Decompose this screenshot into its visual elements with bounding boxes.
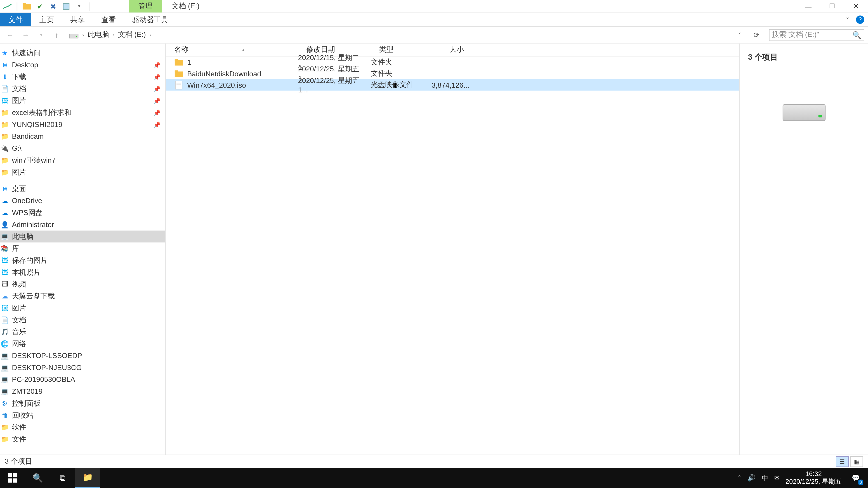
nav-wps[interactable]: ☁WPS网盘 (0, 207, 165, 219)
start-button[interactable] (0, 468, 25, 488)
folder-icon[interactable] (22, 2, 32, 11)
ime-indicator[interactable]: 中 (762, 473, 768, 482)
tray-app-icon[interactable]: ✉ (774, 474, 780, 482)
pictures-icon: 🖼 (0, 256, 9, 265)
iso-file-icon (174, 80, 184, 90)
view-details-button[interactable]: ☰ (836, 456, 849, 467)
view-thumbnails-button[interactable]: ▦ (850, 456, 863, 467)
nav-administrator[interactable]: 👤Administrator (0, 219, 165, 231)
nav-files[interactable]: 📁文件 (0, 433, 165, 445)
nav-label: 文件 (12, 434, 26, 444)
breadcrumb-drive[interactable]: 文档 (E:) (118, 30, 146, 40)
navigation-pane[interactable]: ★快速访问 🖥Desktop📌 ⬇下载📌 📄文档📌 🖼图片📌 📁excel表格制… (0, 43, 166, 455)
nav-label: PC-20190530OBLA (12, 375, 75, 384)
address-dropdown-icon[interactable]: ˅ (733, 28, 746, 41)
nav-this-pc[interactable]: 💻此电脑 (0, 231, 165, 242)
minimize-button[interactable]: — (796, 0, 820, 13)
search-input[interactable]: 搜索"文档 (E:)" 🔍 (769, 29, 864, 41)
breadcrumb[interactable]: › 此电脑 › 文档 (E:) › (69, 30, 151, 40)
column-type[interactable]: 类型 (371, 45, 432, 55)
nav-tianyi[interactable]: ☁天翼云盘下载 (0, 290, 165, 302)
nav-camera-roll[interactable]: 🖼本机照片 (0, 266, 165, 278)
file-type: 文件夹 (371, 57, 432, 67)
nav-pictures[interactable]: 🖼图片📌 (0, 95, 165, 107)
search-icon[interactable]: 🔍 (852, 31, 862, 39)
nav-g-drive[interactable]: 🔌G:\ (0, 142, 165, 154)
nav-downloads[interactable]: ⬇下载📌 (0, 71, 165, 83)
nav-network-pc2[interactable]: 💻DESKTOP-NJEU3CG (0, 362, 165, 374)
nav-label: Bandicam (12, 132, 44, 140)
nav-docs-lib[interactable]: 📄文档 (0, 314, 165, 326)
drive-preview-icon (780, 98, 828, 121)
nav-forward-button[interactable]: → (19, 28, 32, 41)
close-x-icon[interactable]: ✖ (49, 2, 58, 11)
nav-network-pc1[interactable]: 💻DESKTOP-LSSOEDP (0, 350, 165, 362)
chevron-right-icon[interactable]: › (149, 32, 151, 38)
file-row[interactable]: Win7x64_2020.iso2020/12/25, 星期五 1...光盘映像… (166, 79, 739, 91)
nav-recent-dropdown[interactable]: ▾ (35, 28, 48, 41)
tray-overflow-icon[interactable]: ˄ (738, 474, 741, 482)
nav-software[interactable]: 📁软件 (0, 421, 165, 433)
folder-icon (174, 69, 184, 78)
maximize-button[interactable]: ☐ (820, 0, 844, 13)
action-center-button[interactable]: 💬3 (848, 469, 864, 486)
contextual-tab-manage[interactable]: 管理 (129, 0, 162, 12)
refresh-icon[interactable]: ⟳ (750, 28, 763, 41)
nav-pictures2[interactable]: 📁图片 (0, 166, 165, 178)
svg-rect-8 (175, 70, 178, 72)
qat-dropdown-icon[interactable]: ▾ (74, 2, 84, 11)
nav-yunqishi[interactable]: 📁YUNQISHI2019📌 (0, 119, 165, 131)
column-size[interactable]: 大小 (432, 45, 467, 55)
nav-label: 此电脑 (12, 231, 33, 241)
chevron-right-icon[interactable]: › (82, 32, 84, 38)
nav-excel-folder[interactable]: 📁excel表格制作求和📌 (0, 107, 165, 119)
breadcrumb-pc[interactable]: 此电脑 (88, 30, 109, 40)
ribbon-tab-file[interactable]: 文件 (0, 13, 31, 26)
video-icon: 🎞 (0, 280, 9, 289)
properties-icon[interactable] (61, 2, 71, 11)
ribbon-tab-home[interactable]: 主页 (31, 13, 62, 26)
desktop-icon: 🖥 (0, 60, 9, 70)
file-explorer-taskbar[interactable]: 📁 (75, 468, 100, 488)
column-name[interactable]: 名称▴ (166, 45, 298, 55)
nav-recycle-bin[interactable]: 🗑回收站 (0, 410, 165, 421)
checkmark-icon[interactable]: ✔ (35, 2, 45, 11)
volume-icon[interactable]: 🔊 (747, 474, 756, 482)
nav-videos[interactable]: 🎞视频 (0, 278, 165, 290)
nav-label: 网络 (12, 339, 26, 349)
taskbar-clock[interactable]: 16:32 2020/12/25, 星期五 (785, 470, 842, 486)
svg-rect-6 (175, 59, 178, 61)
nav-onedrive[interactable]: ☁OneDrive (0, 195, 165, 207)
file-row[interactable]: BaiduNetdiskDownload2020/12/25, 星期五 1...… (166, 68, 739, 79)
chevron-right-icon[interactable]: › (113, 32, 114, 38)
task-view-button[interactable]: ⧉ (50, 468, 75, 488)
ribbon-tab-view[interactable]: 查看 (93, 13, 124, 26)
nav-win7-reinstall[interactable]: 📁win7重装win7 (0, 154, 165, 166)
nav-network-pc3[interactable]: 💻PC-20190530OBLA (0, 373, 165, 385)
nav-music[interactable]: 🎵音乐 (0, 326, 165, 338)
nav-network-pc4[interactable]: 💻ZMT2019 (0, 385, 165, 397)
svg-rect-14 (8, 479, 12, 483)
ribbon-expand-icon[interactable]: ˅ (843, 15, 852, 24)
nav-label: Desktop (12, 61, 38, 69)
help-icon[interactable]: ? (856, 15, 864, 24)
file-list[interactable]: 名称▴ 修改日期 类型 大小 12020/12/15, 星期二 1...文件夹B… (166, 43, 739, 455)
nav-libraries[interactable]: 📚库 (0, 242, 165, 254)
nav-pics-lib[interactable]: 🖼图片 (0, 302, 165, 314)
ribbon-tab-drive-tools[interactable]: 驱动器工具 (124, 13, 176, 26)
nav-control-panel[interactable]: ⚙控制面板 (0, 397, 165, 410)
nav-desktop-root[interactable]: 🖥桌面 (0, 183, 165, 195)
nav-bandicam[interactable]: 📁Bandicam (0, 131, 165, 142)
ribbon-tab-share[interactable]: 共享 (62, 13, 93, 26)
nav-documents[interactable]: 📄文档📌 (0, 83, 165, 95)
nav-label: 桌面 (12, 184, 26, 194)
nav-desktop[interactable]: 🖥Desktop📌 (0, 59, 165, 71)
nav-up-button[interactable]: ↑ (50, 28, 63, 41)
nav-quick-access[interactable]: ★快速访问 (0, 47, 165, 59)
file-row[interactable]: 12020/12/15, 星期二 1...文件夹 (166, 57, 739, 68)
close-button[interactable]: ✕ (844, 0, 868, 13)
nav-saved-pictures[interactable]: 🖼保存的图片 (0, 254, 165, 266)
nav-back-button[interactable]: ← (4, 28, 17, 41)
search-button[interactable]: 🔍 (25, 468, 50, 488)
nav-network[interactable]: 🌐网络 (0, 338, 165, 350)
